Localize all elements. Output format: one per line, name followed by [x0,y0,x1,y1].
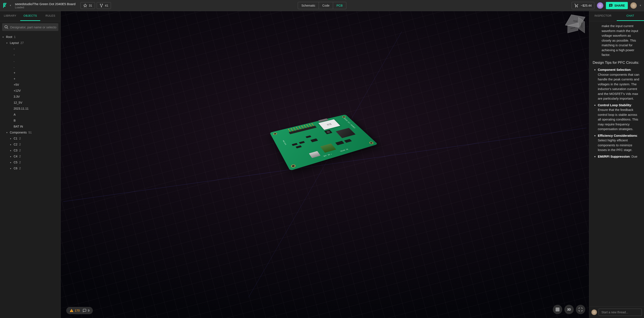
comment-icon [83,309,86,312]
tree-layout[interactable]: ▾ Layout 27 [0,40,60,46]
chat-tip-item: EMI/RFI Suppression: Due [598,154,640,159]
project-path[interactable]: seeedstudio/The Green Dot 2040E5 Board [15,2,76,6]
chevron-right-icon[interactable]: ▸ [10,149,14,152]
tree-component-item[interactable]: ▸C52 [0,159,60,165]
collaborator-avatar[interactable] [597,2,603,9]
chevron-right-icon[interactable]: ▸ [10,155,14,157]
comments-button[interactable]: 9 [83,309,90,312]
topbar: ▼ seeedstudio/The Green Dot 2040E5 Board… [0,0,644,11]
fullscreen-button[interactable] [576,305,585,314]
tree-layout-item[interactable]: 3.3V [0,94,60,100]
object-tree[interactable]: ▾ Root 1 ▾ Layout 27 --..+++5V+12V3.3V12… [0,33,60,318]
warning-icon [70,309,74,312]
main-layout: LIBRARY OBJECTS RULES ▾ Root 1 ▾ Layout … [0,11,644,318]
comment-count: 9 [88,309,90,312]
tree-layout-item[interactable]: . [0,58,60,64]
right-panel-tabs: INSPECTOR CHAT [589,11,644,21]
tab-objects[interactable]: OBJECTS [20,11,40,21]
app-logo-icon[interactable] [2,3,8,9]
chevron-down-icon[interactable]: ▾ [6,42,10,44]
chat-tip-item: Efficiency Considerations: Select highly… [598,133,640,152]
cart-button[interactable]: ~$25.44 [572,2,594,9]
chat-messages[interactable]: make the input current waveform match th… [589,21,644,306]
stat-group: 31 41 [80,2,111,9]
tree-layout-item[interactable]: - [0,52,60,58]
tree-layout-item[interactable]: A [0,111,60,117]
tab-library[interactable]: LIBRARY [0,11,20,21]
canvas-view-toolbar: 3D [553,305,585,314]
svg-point-1 [100,4,101,5]
view-3d-button[interactable]: 3D [564,305,574,314]
user-avatar[interactable] [630,2,637,9]
search-box[interactable] [2,23,58,31]
pcb-canvas[interactable]: seeed FC CE GREEN DOT 2040E5 - BAT IN + … [61,11,589,318]
fork-button[interactable]: 41 [97,2,111,9]
star-button[interactable]: 31 [80,2,95,9]
chat-tip-item: Component Selection: Choose components t… [598,67,640,101]
tab-rules[interactable]: RULES [40,11,60,21]
tab-chat[interactable]: CHAT [617,11,644,21]
svg-line-5 [7,28,8,29]
user-menu-caret[interactable]: ▼ [639,4,642,7]
chat-input[interactable] [599,309,642,316]
warnings-button[interactable]: 170 [70,309,80,312]
svg-point-4 [5,26,8,28]
tree-root[interactable]: ▾ Root 1 [0,34,60,40]
cart-price: ~$25.44 [581,4,592,7]
svg-marker-0 [84,4,87,7]
svg-point-3 [101,7,102,7]
canvas-status-bar: 170 9 [66,307,93,314]
chevron-down-icon[interactable]: ▾ [6,131,10,134]
grid-toggle-button[interactable] [553,305,562,314]
chat-tip-item: Control Loop Stability: Ensure that the … [598,103,640,132]
tree-components[interactable]: ▾ Components 51 [0,129,60,135]
tree-layout-item[interactable]: - [0,46,60,52]
right-panel: INSPECTOR CHAT make the input current wa… [589,11,644,318]
svg-rect-6 [556,308,559,311]
share-label: SHARE [614,4,625,7]
tab-pcb[interactable]: PCB [333,2,346,9]
tab-code[interactable]: Code [319,2,333,9]
tree-component-item[interactable]: ▸C22 [0,141,60,147]
tree-component-item[interactable]: ▸C62 [0,165,60,171]
search-icon [4,25,8,29]
left-panel-tabs: LIBRARY OBJECTS RULES [0,11,60,21]
svg-point-2 [102,4,103,5]
share-button[interactable]: SHARE [606,2,628,9]
chat-heading: Design Tips for PFC Circuits: [593,60,640,65]
tree-component-item[interactable]: ▸C32 [0,147,60,153]
tree-layout-item[interactable]: . [0,64,60,70]
tree-layout-item[interactable]: +5V [0,82,60,88]
tree-layout-item[interactable]: B [0,117,60,123]
chat-input-row [589,306,644,318]
tree-layout-item[interactable]: 2023.11.11 [0,106,60,111]
project-status: Loaded [15,6,76,9]
fullscreen-icon [578,307,583,311]
chat-text-fragment: make the input current waveform match th… [593,24,640,57]
tab-inspector[interactable]: INSPECTOR [589,11,617,21]
warning-count: 170 [75,309,80,312]
navigation-cube[interactable]: TOP RIGHT BACK [566,15,585,34]
chat-icon [609,4,613,8]
chat-user-avatar[interactable] [592,309,597,315]
chevron-right-icon[interactable]: ▸ [10,143,14,146]
logo-dropdown-caret[interactable]: ▼ [9,4,12,7]
tree-layout-item[interactable]: 12_5V [0,100,60,106]
tree-layout-item[interactable]: + [0,70,60,76]
chat-tips-list: Component Selection: Choose components t… [593,67,640,159]
left-panel: LIBRARY OBJECTS RULES ▾ Root 1 ▾ Layout … [0,11,61,318]
grid-icon [556,307,560,311]
tree-layout-item[interactable]: BAT IN [0,123,60,129]
fork-icon [100,4,103,8]
chevron-right-icon[interactable]: ▸ [10,161,14,164]
tree-layout-item[interactable]: +12V [0,88,60,94]
cart-icon [574,4,578,8]
tab-schematic[interactable]: Schematic [298,2,319,9]
search-input[interactable] [10,25,56,29]
chevron-down-icon[interactable]: ▾ [2,36,6,38]
tree-layout-item[interactable]: + [0,76,60,82]
chevron-right-icon[interactable]: ▸ [10,167,14,170]
tree-component-item[interactable]: ▸C12 [0,135,60,141]
chevron-right-icon[interactable]: ▸ [10,137,14,140]
tree-component-item[interactable]: ▸C42 [0,153,60,159]
